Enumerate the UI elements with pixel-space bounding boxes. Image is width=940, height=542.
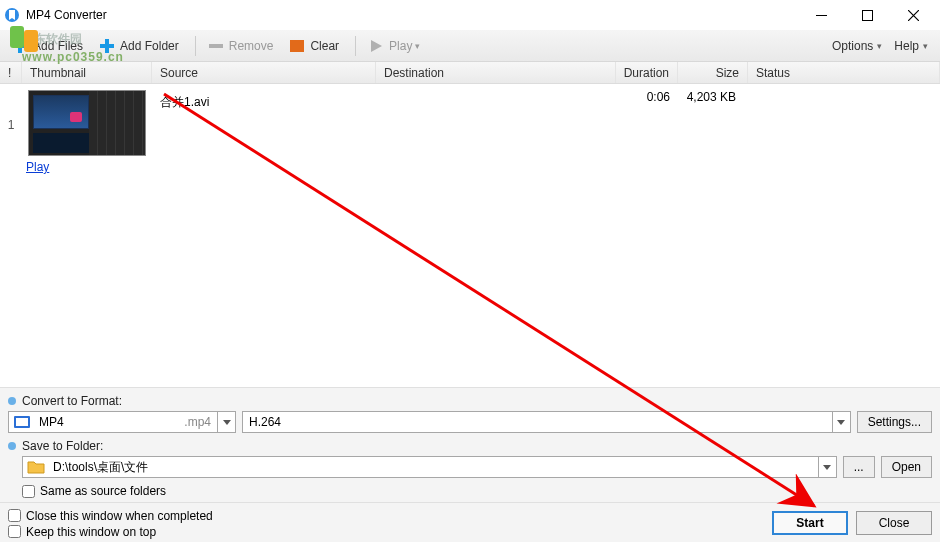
settings-panel: Convert to Format: MP4 .mp4 H.264 Settin… [0,387,940,502]
app-icon [4,7,20,23]
svg-rect-1 [816,15,827,16]
bullet-icon [8,397,16,405]
same-as-source-checkbox[interactable]: Same as source folders [22,484,932,498]
keep-on-top-checkbox[interactable]: Keep this window on top [8,525,764,539]
svg-rect-13 [16,418,28,426]
save-path-value: D:\tools\桌面\文件 [49,459,818,476]
list-item[interactable]: 1 Play 合并1.avi 0:06 4,203 KB [0,84,940,180]
format-ext: .mp4 [178,415,217,429]
format-label: Convert to Format: [8,394,932,408]
add-files-button[interactable]: Add Files [6,34,89,58]
col-index[interactable]: ! [0,62,22,83]
size-cell: 4,203 KB [678,90,748,104]
clear-button[interactable]: Clear [283,34,345,58]
svg-rect-8 [100,44,114,48]
video-thumbnail[interactable] [28,90,146,156]
duration-cell: 0:06 [616,90,678,104]
remove-button[interactable]: Remove [202,34,280,58]
titlebar: MP4 Converter [0,0,940,30]
file-list: 1 Play 合并1.avi 0:06 4,203 KB [0,84,940,387]
clear-icon [289,38,305,54]
minimize-button[interactable] [798,0,844,30]
main-toolbar: Add Files Add Folder Remove Clear Play ▾… [0,30,940,62]
add-folder-label: Add Folder [120,39,179,53]
svg-rect-2 [862,10,872,20]
remove-label: Remove [229,39,274,53]
chevron-down-icon: ▾ [415,41,420,51]
folder-icon [27,458,45,476]
play-link[interactable]: Play [26,160,49,174]
help-menu[interactable]: Help ▾ [888,34,934,58]
source-cell: 合并1.avi [152,90,376,111]
play-button[interactable]: Play ▾ [362,34,426,58]
svg-rect-9 [209,44,223,48]
format-select[interactable]: MP4 .mp4 [8,411,236,433]
chevron-down-icon [832,412,850,432]
options-label: Options [832,39,873,53]
options-menu[interactable]: Options ▾ [826,34,888,58]
format-value: MP4 [35,415,178,429]
close-window-button[interactable] [890,0,936,30]
chevron-down-icon [818,457,836,477]
play-label: Play [389,39,412,53]
save-path-select[interactable]: D:\tools\桌面\文件 [22,456,837,478]
codec-select[interactable]: H.264 [242,411,851,433]
open-folder-button[interactable]: Open [881,456,932,478]
toolbar-separator [195,36,196,56]
row-index: 1 [0,90,22,132]
chevron-down-icon: ▾ [877,41,882,51]
minus-icon [208,38,224,54]
col-destination[interactable]: Destination [376,62,616,83]
svg-rect-6 [13,44,27,48]
plus-icon [12,38,28,54]
add-folder-button[interactable]: Add Folder [93,34,185,58]
play-icon [368,38,384,54]
mp4-icon [13,413,31,431]
col-status[interactable]: Status [748,62,940,83]
chevron-down-icon: ▾ [923,41,928,51]
col-size[interactable]: Size [678,62,748,83]
add-files-label: Add Files [33,39,83,53]
clear-label: Clear [310,39,339,53]
save-label: Save to Folder: [8,439,932,453]
col-duration[interactable]: Duration [616,62,678,83]
bullet-icon [8,442,16,450]
start-button[interactable]: Start [772,511,848,535]
svg-rect-10 [290,40,304,52]
close-button[interactable]: Close [856,511,932,535]
help-label: Help [894,39,919,53]
plus-icon [99,38,115,54]
window-title: MP4 Converter [26,8,798,22]
chevron-down-icon [217,412,235,432]
settings-button[interactable]: Settings... [857,411,932,433]
thumbnail-cell: Play [22,90,152,174]
close-when-completed-checkbox[interactable]: Close this window when completed [8,509,764,523]
checkbox-input[interactable] [22,485,35,498]
col-thumbnail[interactable]: Thumbnail [22,62,152,83]
checkbox-input[interactable] [8,509,21,522]
column-header-row: ! Thumbnail Source Destination Duration … [0,62,940,84]
maximize-button[interactable] [844,0,890,30]
footer: Close this window when completed Keep th… [0,502,940,542]
toolbar-separator [355,36,356,56]
checkbox-input[interactable] [8,525,21,538]
browse-button[interactable]: ... [843,456,875,478]
col-source[interactable]: Source [152,62,376,83]
codec-value: H.264 [243,415,832,429]
